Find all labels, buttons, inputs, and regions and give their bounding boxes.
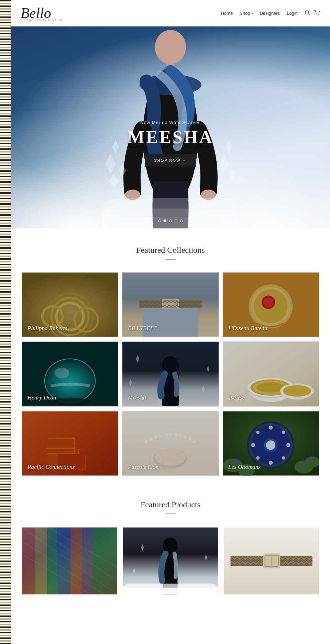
svg-point-141 [281, 560, 283, 562]
products-section-title: Featured Products [22, 500, 319, 509]
products-divider [165, 513, 176, 514]
collection-item-meesha[interactable]: Meesha [122, 341, 219, 407]
svg-rect-115 [57, 528, 70, 595]
svg-marker-16 [229, 167, 236, 181]
carousel-dot-2[interactable] [164, 219, 166, 222]
collections-section-title: Featured Collections [22, 246, 319, 255]
collection-label-pacific-connections: Pacific Connections [28, 464, 75, 471]
product-item-1[interactable] [22, 527, 117, 595]
collection-label-billybelt: BILLYBELT [128, 325, 156, 332]
featured-collections-section: Featured Collections [11, 228, 330, 493]
collection-label-tse-tse: Tsé Tsé [228, 394, 245, 401]
collection-item-tse-tse[interactable]: Tsé Tsé [223, 341, 319, 407]
collection-overlay: Les Ottomans [223, 411, 319, 476]
hero-section: New Merino Wool Scarves MEESHA SHOP NOW … [11, 26, 330, 228]
svg-rect-118 [92, 528, 117, 595]
collection-overlay: L'Oiseau Bateau [223, 272, 319, 337]
nav-shop[interactable]: Shop ▾ [240, 11, 253, 16]
hero-cta-button[interactable]: SHOP NOW → [145, 154, 197, 167]
collections-divider [165, 259, 176, 260]
collection-item-pascale-lion[interactable]: Pascale Lion [122, 411, 219, 476]
svg-rect-117 [82, 528, 92, 595]
svg-point-2 [317, 14, 317, 15]
svg-rect-19 [102, 217, 239, 228]
carousel-dot-5[interactable] [180, 219, 183, 222]
svg-point-3 [318, 14, 319, 15]
product-item-3[interactable] [224, 527, 319, 595]
collection-item-billybelt[interactable]: BILLYBELT [122, 272, 219, 337]
collection-label-philippa-roberts: Philippa Roberts [28, 325, 67, 332]
collection-item-pacific-connections[interactable]: Pacific Connections [22, 411, 118, 476]
collection-overlay: Tsé Tsé [223, 341, 319, 407]
collection-item-les-ottomans[interactable]: Les Ottomans [223, 411, 319, 476]
featured-products-section: Featured Products [11, 493, 330, 612]
hero-title: MEESHA [102, 127, 239, 147]
collection-label-les-ottomans: Les Ottomans [228, 464, 261, 471]
carousel-dot-3[interactable] [169, 219, 172, 222]
svg-rect-131 [123, 588, 218, 594]
nav-login[interactable]: Login [287, 11, 298, 16]
collection-item-loiseau-bateau[interactable]: L'Oiseau Bateau [223, 272, 319, 337]
svg-point-0 [305, 11, 309, 14]
brand-tagline: ESTABLISHED 1990 [21, 19, 63, 22]
carousel-dot-1[interactable] [158, 219, 161, 222]
collection-label-henry-dean: Henry Dean [28, 394, 56, 401]
collection-overlay: Henry Dean [22, 341, 118, 407]
svg-rect-114 [47, 528, 57, 595]
products-grid [22, 527, 319, 595]
svg-rect-113 [35, 528, 47, 595]
collection-item-henry-dean[interactable]: Henry Dean [22, 341, 118, 407]
hero-text-block: New Merino Wool Scarves MEESHA SHOP NOW … [102, 120, 239, 167]
site-header: Bello ESTABLISHED 1990 Home Shop ▾ Desig… [11, 0, 330, 26]
hero-carousel-dots [158, 219, 183, 222]
decorative-border [0, 0, 11, 612]
carousel-dot-4[interactable] [175, 219, 177, 222]
main-nav: Home Shop ▾ Designers Login [221, 10, 320, 17]
collection-overlay: Philippa Roberts [22, 272, 118, 337]
svg-rect-116 [70, 528, 82, 595]
collection-overlay: Pacific Connections [22, 411, 118, 476]
search-icon[interactable] [305, 10, 310, 17]
collection-item-philippa-roberts[interactable]: Philippa Roberts [22, 272, 118, 337]
hero-subtitle: New Merino Wool Scarves [102, 120, 239, 125]
nav-home[interactable]: Home [221, 11, 233, 16]
shop-dropdown-arrow: ▾ [251, 11, 253, 15]
logo[interactable]: Bello ESTABLISHED 1990 [21, 5, 63, 22]
svg-line-1 [308, 14, 310, 15]
collection-label-loiseau-bateau: L'Oiseau Bateau [228, 325, 267, 332]
collection-overlay: Pascale Lion [122, 411, 219, 476]
svg-marker-13 [109, 174, 119, 188]
cart-icon[interactable] [314, 10, 320, 17]
collection-label-pascale-lion: Pascale Lion [128, 464, 158, 471]
svg-point-139 [288, 560, 290, 562]
collection-label-meesha: Meesha [128, 394, 146, 401]
collection-overlay: BILLYBELT [122, 272, 219, 337]
svg-point-140 [295, 560, 297, 562]
collections-grid: Philippa Roberts [22, 272, 319, 476]
nav-designers[interactable]: Designers [260, 11, 280, 16]
collection-overlay: Meesha [122, 341, 219, 407]
product-item-2[interactable] [123, 527, 218, 595]
nav-icons [305, 10, 320, 17]
